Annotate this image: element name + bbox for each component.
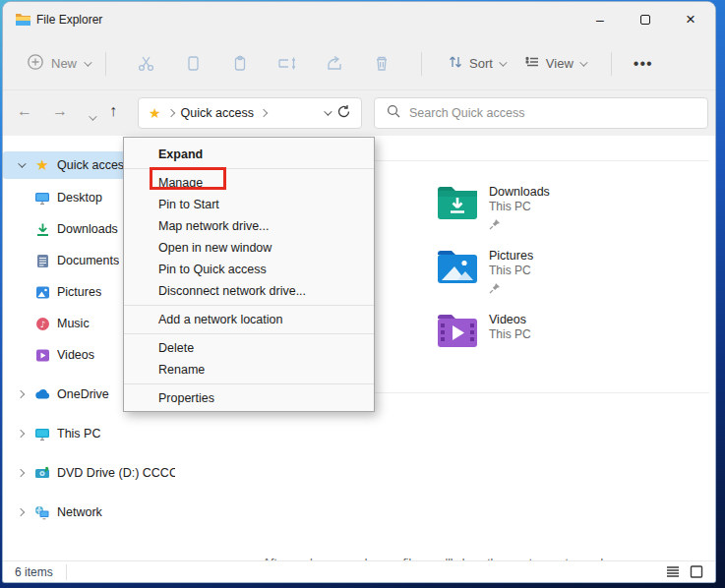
rename-icon: [277, 54, 297, 73]
star-icon: ★: [33, 156, 51, 174]
trash-icon: [373, 54, 391, 73]
menu-item-open-in-new-window[interactable]: Open in new window: [124, 237, 374, 259]
file-explorer-window: File Explorer – × New: [3, 2, 715, 582]
back-button[interactable]: ←: [17, 102, 32, 120]
menu-item-rename[interactable]: Rename: [124, 359, 374, 381]
delete-button[interactable]: [358, 54, 405, 73]
quick-access-star-icon: ★: [149, 105, 161, 121]
menu-item-add-network-location[interactable]: Add a network location: [124, 309, 374, 330]
menu-item-disconnect-network-drive[interactable]: Disconnect network drive...: [124, 280, 374, 302]
tile-name: Downloads: [489, 185, 550, 200]
chevron-right-icon[interactable]: [17, 430, 25, 438]
refresh-icon[interactable]: [336, 104, 351, 123]
sidebar-item-dvd-drive[interactable]: DVD Drive (D:) CCCO: [3, 459, 178, 487]
breadcrumb-chevron-icon[interactable]: [260, 109, 268, 117]
pictures-folder-icon: [436, 249, 479, 304]
toolbar-divider: [105, 52, 106, 76]
folder-tile-downloads[interactable]: Downloads This PC: [436, 185, 692, 240]
paste-button[interactable]: [216, 54, 264, 73]
folder-app-icon: [15, 12, 31, 30]
new-label: New: [51, 56, 77, 71]
videos-folder-icon: [436, 313, 479, 368]
recent-locations-chevron[interactable]: [89, 107, 94, 125]
pin-icon: [489, 216, 550, 234]
large-icons-view-icon[interactable]: [690, 564, 703, 582]
download-arrow-icon: [33, 222, 51, 237]
address-dropdown-chevron[interactable]: [324, 107, 332, 115]
chevron-down-icon[interactable]: [18, 159, 26, 167]
menu-separator: [124, 333, 374, 334]
cut-icon: [137, 54, 155, 73]
chevron-down-icon: [84, 58, 91, 66]
copy-button[interactable]: [169, 54, 216, 73]
cut-button[interactable]: [122, 54, 169, 73]
sidebar-item-this-pc[interactable]: This PC: [3, 420, 178, 447]
menu-separator: [124, 305, 374, 306]
plus-circle-icon: [27, 53, 44, 74]
chevron-right-icon[interactable]: [17, 508, 25, 516]
forward-button[interactable]: →: [52, 102, 68, 120]
chevron-right-icon[interactable]: [17, 469, 25, 477]
chevron-right-icon[interactable]: [17, 390, 25, 398]
menu-item-pin-to-quick-access[interactable]: Pin to Quick access: [124, 259, 374, 280]
picture-icon: [33, 285, 51, 300]
status-divider: [66, 564, 67, 580]
items-count: 6 items: [15, 565, 53, 579]
search-icon: [387, 104, 400, 122]
folder-tile-pictures[interactable]: Pictures This PC: [436, 249, 692, 304]
search-input[interactable]: [409, 106, 695, 120]
video-icon: [33, 348, 51, 363]
share-button[interactable]: [311, 54, 358, 73]
more-options-button[interactable]: •••: [634, 55, 653, 73]
desktop-wallpaper: File Explorer – × New: [0, 0, 725, 588]
maximize-icon: [640, 15, 650, 25]
copy-icon: [184, 54, 202, 73]
onedrive-cloud-icon: [33, 388, 51, 400]
view-button[interactable]: View: [524, 54, 585, 73]
dvd-drive-icon: [33, 466, 51, 480]
folder-tile-videos[interactable]: Videos This PC: [436, 313, 692, 368]
search-box[interactable]: [374, 97, 708, 129]
up-button[interactable]: ↑: [109, 102, 117, 120]
document-icon: [33, 254, 51, 268]
share-icon: [326, 54, 344, 73]
breadcrumb-location[interactable]: Quick access: [181, 106, 254, 120]
close-button[interactable]: ×: [668, 2, 713, 37]
menu-separator: [124, 383, 374, 384]
view-list-icon: [524, 54, 540, 73]
details-view-icon[interactable]: [666, 564, 680, 582]
new-button[interactable]: New: [27, 53, 90, 74]
tile-name: Pictures: [489, 249, 533, 264]
sort-arrows-icon: [448, 54, 463, 73]
red-annotation-box: [150, 167, 226, 190]
maximize-button[interactable]: [623, 2, 668, 37]
pin-icon: [489, 280, 533, 298]
this-pc-icon: [33, 427, 51, 441]
menu-item-expand[interactable]: Expand: [124, 144, 374, 165]
menu-item-properties[interactable]: Properties: [124, 387, 374, 409]
title-bar[interactable]: File Explorer – ×: [3, 2, 715, 37]
toolbar-divider: [611, 52, 612, 76]
tile-name: Videos: [489, 313, 531, 327]
command-toolbar: New: [3, 37, 715, 90]
sidebar-item-network[interactable]: Network: [3, 499, 178, 526]
menu-item-delete[interactable]: Delete: [124, 337, 374, 359]
tile-location: This PC: [489, 264, 533, 278]
rename-button[interactable]: [264, 54, 311, 73]
svg-text:♪: ♪: [39, 319, 45, 328]
menu-item-pin-to-start[interactable]: Pin to Start: [124, 194, 374, 215]
address-bar[interactable]: ★ Quick access: [138, 97, 362, 129]
window-title: File Explorer: [36, 13, 102, 27]
minimize-button[interactable]: –: [577, 2, 623, 37]
sort-label: Sort: [469, 56, 493, 71]
music-note-icon: ♪: [33, 317, 51, 331]
chevron-down-icon: [579, 58, 587, 66]
sort-button[interactable]: Sort: [448, 54, 505, 73]
menu-item-map-network-drive[interactable]: Map network drive...: [124, 215, 374, 237]
toolbar-divider: [421, 52, 422, 76]
breadcrumb-chevron-icon: [166, 109, 174, 117]
view-label: View: [546, 56, 574, 71]
tile-location: This PC: [489, 327, 531, 342]
chevron-down-icon: [499, 58, 507, 66]
network-icon: [33, 505, 51, 520]
